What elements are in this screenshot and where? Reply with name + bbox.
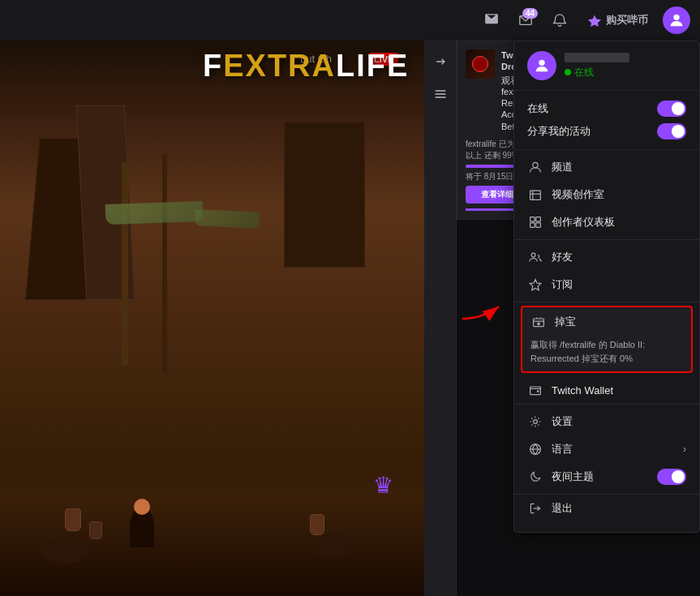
subscriptions-label: 订阅 [552,277,573,292]
stream-sidebar [424,41,457,596]
svg-marker-17 [530,280,541,290]
user-profile-section: 在线 [514,41,699,91]
messages-icon-btn[interactable] [478,6,505,34]
wallet-icon [527,382,543,398]
night-mode-toggle[interactable] [657,469,686,485]
notification-badge: 44 [522,8,538,19]
svg-marker-2 [588,15,601,27]
game-title-life: LIFE [336,49,409,83]
subscriptions-menu-item[interactable]: 订阅 [514,271,699,298]
bottom-section: 设置 语言 › [514,405,699,525]
user-avatar-button[interactable] [663,6,690,34]
status-dot [565,69,571,75]
settings-icon [527,414,543,430]
user-info: 在线 [565,53,686,79]
friends-menu-item[interactable]: 好友 [514,243,699,271]
game-background [0,0,430,596]
creator-studio-label: 视频创作室 [552,187,604,202]
dropdown-user-avatar [527,51,556,80]
drop-avatar [466,49,495,79]
night-mode-label: 夜间主题 [552,470,594,484]
notifications-icon-btn[interactable] [546,6,573,34]
channel-label: 频道 [552,160,573,174]
friends-icon [527,249,543,265]
red-arrow-indicator [458,290,507,323]
user-dropdown-menu: 在线 在线 分享我的活动 频道 [513,41,700,533]
svg-point-3 [673,15,679,20]
svg-rect-14 [530,223,535,228]
user-status: 在线 [565,66,686,79]
social-section: 好友 订阅 [514,240,699,302]
buy-bits-button[interactable]: 购买哔币 [580,8,656,32]
username-bar [565,53,629,62]
game-title: FEXTRALIFE [203,49,409,84]
language-label: 语言 [552,442,573,457]
channel-section: 频道 视频创作室 创作者仪表板 [514,150,699,240]
online-status-row: 在线 [527,97,686,120]
svg-rect-13 [536,217,541,222]
svg-point-8 [533,162,538,167]
drops-section: 掉宝 赢取得 /fextralife 的 Diablo II: Resurrec… [521,306,693,373]
creator-dashboard-icon [527,214,543,230]
language-menu-item[interactable]: 语言 › [514,435,699,463]
sidebar-menu-icon[interactable] [429,83,452,105]
buy-bits-label: 购买哔币 [606,13,648,28]
settings-label: 设置 [552,414,573,429]
channel-menu-item[interactable]: 频道 [514,153,699,181]
wallet-menu-item[interactable]: Twitch Wallet [514,376,699,405]
svg-point-21 [534,420,538,424]
drops-header[interactable]: 掉宝 [522,307,691,335]
online-label: 在线 [527,101,548,116]
sidebar-expand-icon[interactable] [429,50,452,73]
svg-point-16 [531,253,535,257]
drops-body: 赢取得 /fextralife 的 Diablo II: Resurrected… [522,335,691,371]
svg-rect-15 [536,223,541,228]
svg-point-7 [539,60,544,66]
share-activity-toggle[interactable] [657,123,686,139]
creator-dashboard-menu-item[interactable]: 创作者仪表板 [514,208,699,236]
svg-rect-12 [530,217,535,222]
share-activity-row: 分享我的活动 [527,120,686,143]
language-icon [527,441,543,457]
language-chevron-icon: › [683,444,686,455]
drops-icon [530,314,547,330]
settings-menu-item[interactable]: 设置 [514,408,699,435]
drops-label: 掉宝 [555,315,576,329]
game-scene [0,41,430,596]
online-toggle[interactable] [657,101,686,117]
share-activity-label: 分享我的活动 [527,124,590,139]
svg-rect-20 [530,387,541,395]
svg-point-19 [538,323,539,324]
wallet-label: Twitch Wallet [552,384,613,397]
game-title-extra: EXTRA [223,49,336,83]
night-mode-icon [527,469,543,485]
logout-menu-item[interactable]: 退出 [514,494,699,522]
crown-icon: ♛ [373,472,393,499]
game-title-f: F [203,49,223,83]
night-mode-row: 夜间主题 [514,463,699,491]
status-section: 在线 分享我的活动 [514,91,699,150]
channel-icon [527,159,543,175]
svg-rect-9 [530,191,541,199]
subscriptions-icon [527,277,543,293]
friends-label: 好友 [552,250,573,264]
creator-dashboard-label: 创作者仪表板 [552,215,615,229]
inbox-icon-btn[interactable]: 44 [512,6,539,34]
language-item-left: 语言 [527,441,573,457]
top-bar: 44 购买哔币 [0,0,700,41]
creator-studio-menu-item[interactable]: 视频创作室 [514,181,699,208]
creator-studio-icon [527,187,543,203]
logout-icon [527,500,543,517]
logout-label: 退出 [552,501,573,516]
